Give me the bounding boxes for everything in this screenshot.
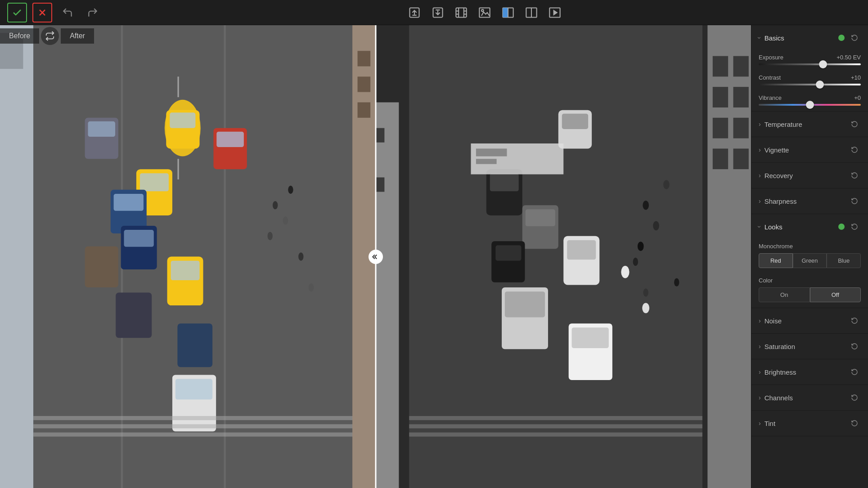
svg-rect-135 — [409, 433, 702, 437]
svg-rect-52 — [177, 323, 212, 367]
upload-button[interactable] — [405, 3, 424, 22]
svg-rect-115 — [525, 209, 555, 226]
svg-rect-133 — [409, 416, 702, 420]
svg-point-125 — [653, 221, 659, 231]
temperature-reset[interactable] — [848, 118, 861, 130]
layers-button[interactable] — [498, 3, 518, 22]
svg-rect-81 — [712, 87, 728, 107]
exposure-thumb[interactable] — [819, 60, 827, 68]
contrast-row: Contrast +10 — [751, 71, 868, 91]
download-button[interactable] — [428, 3, 448, 22]
looks-title: Looks — [765, 223, 838, 231]
sharpness-section[interactable]: › Sharpness — [751, 188, 868, 214]
swap-button[interactable] — [41, 27, 59, 45]
tint-section[interactable]: › Tint — [751, 411, 868, 436]
before-label: Before — [0, 28, 39, 44]
svg-rect-121 — [571, 327, 608, 348]
cancel-button[interactable] — [32, 3, 52, 22]
saturation-reset[interactable] — [848, 340, 861, 353]
monochrome-blue-button[interactable]: Blue — [827, 253, 861, 268]
saturation-chevron: › — [759, 343, 761, 350]
redo-button[interactable] — [83, 3, 103, 22]
mountain-button[interactable] — [475, 3, 495, 22]
looks-reset-button[interactable] — [848, 220, 861, 233]
recovery-reset[interactable] — [848, 169, 861, 182]
film-button[interactable] — [451, 3, 471, 22]
svg-point-61 — [283, 216, 288, 224]
svg-point-127 — [663, 180, 670, 189]
svg-point-129 — [674, 278, 679, 287]
svg-rect-103 — [376, 177, 384, 192]
brightness-chevron: › — [759, 368, 761, 376]
play-button[interactable] — [545, 3, 565, 22]
channels-section[interactable]: › Channels — [751, 385, 868, 411]
photo-display — [0, 25, 751, 488]
svg-rect-77 — [712, 56, 728, 77]
color-off-button[interactable]: Off — [810, 287, 861, 302]
basics-reset-button[interactable] — [848, 31, 861, 44]
monochrome-red-button[interactable]: Red — [759, 253, 793, 268]
split-view-button[interactable] — [522, 3, 541, 22]
color-label: Color — [759, 277, 861, 284]
svg-rect-96 — [376, 128, 384, 143]
svg-point-130 — [643, 288, 648, 296]
vignette-reset[interactable] — [848, 143, 861, 156]
sharpness-label: Sharpness — [765, 197, 848, 205]
recovery-section[interactable]: › Recovery — [751, 163, 868, 188]
svg-rect-41 — [140, 173, 169, 191]
channels-reset[interactable] — [848, 391, 861, 404]
color-options: On Off — [759, 287, 861, 302]
sharpness-reset[interactable] — [848, 195, 861, 207]
temperature-label: Temperature — [765, 121, 848, 128]
svg-point-126 — [637, 242, 643, 251]
svg-point-64 — [298, 252, 303, 260]
noise-reset[interactable] — [848, 314, 861, 327]
svg-rect-45 — [114, 194, 144, 211]
monochrome-row: Monochrome Red Green Blue — [751, 239, 868, 273]
svg-rect-16 — [503, 8, 508, 17]
svg-rect-57 — [33, 416, 375, 420]
svg-rect-67 — [358, 51, 371, 66]
noise-section[interactable]: › Noise — [751, 308, 868, 334]
brightness-reset[interactable] — [848, 366, 861, 378]
recovery-label: Recovery — [765, 172, 848, 179]
svg-rect-137 — [476, 148, 507, 156]
main-content: Before After — [0, 25, 868, 488]
split-handle[interactable] — [369, 250, 383, 264]
contrast-label: Contrast — [759, 74, 781, 81]
vibrance-label: Vibrance — [759, 94, 782, 101]
looks-header[interactable]: › Looks — [751, 214, 868, 239]
undo-button[interactable] — [58, 3, 77, 22]
svg-rect-6 — [456, 8, 466, 17]
before-image — [0, 25, 376, 488]
basics-header[interactable]: › Basics — [751, 25, 868, 50]
svg-rect-117 — [567, 240, 596, 260]
monochrome-green-button[interactable]: Green — [793, 253, 827, 268]
color-on-button[interactable]: On — [759, 287, 810, 302]
saturation-section[interactable]: › Saturation — [751, 334, 868, 359]
color-row: Color On Off — [751, 273, 868, 308]
brightness-section[interactable]: › Brightness — [751, 359, 868, 385]
basics-active-badge — [838, 35, 845, 41]
svg-point-65 — [309, 283, 314, 291]
vibrance-thumb[interactable] — [806, 101, 814, 109]
contrast-thumb[interactable] — [816, 81, 824, 89]
svg-rect-53 — [116, 293, 152, 338]
contrast-value: +10 — [851, 74, 861, 81]
svg-marker-21 — [553, 10, 557, 14]
basics-chevron: › — [756, 37, 763, 39]
exposure-row: Exposure +0.50 EV — [751, 50, 868, 71]
channels-chevron: › — [759, 394, 761, 401]
temperature-section[interactable]: › Temperature — [751, 112, 868, 137]
basics-section: › Basics Exposure +0.50 EV — [751, 25, 868, 112]
svg-rect-138 — [476, 159, 496, 164]
vibrance-track — [759, 104, 861, 106]
vibrance-row: Vibrance +0 — [751, 91, 868, 111]
sharpness-chevron: › — [759, 197, 761, 205]
tint-reset[interactable] — [848, 417, 861, 430]
vignette-section[interactable]: › Vignette — [751, 137, 868, 163]
svg-rect-47 — [216, 132, 244, 147]
svg-point-62 — [267, 232, 272, 240]
svg-point-124 — [643, 201, 649, 210]
confirm-button[interactable] — [7, 3, 27, 22]
